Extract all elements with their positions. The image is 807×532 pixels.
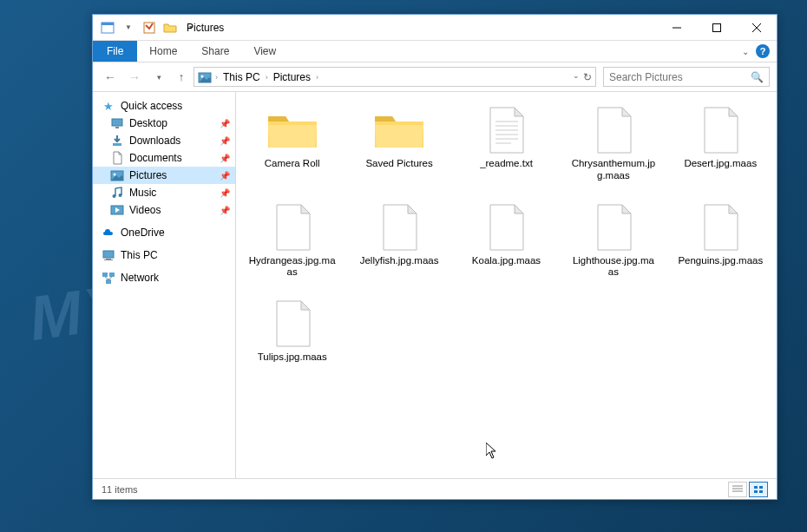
svg-rect-4: [713, 23, 721, 31]
downloads-icon: [110, 134, 124, 148]
refresh-icon[interactable]: ↻: [583, 71, 592, 83]
address-dropdown-icon[interactable]: ⌄: [573, 71, 580, 83]
svg-rect-1: [102, 23, 114, 25]
window-title: Pictures: [187, 22, 224, 34]
svg-rect-36: [754, 490, 758, 493]
svg-rect-22: [106, 279, 111, 284]
file-item[interactable]: Tulips.jpg.maas: [241, 296, 343, 367]
sidebar-item-label: Documents: [129, 152, 182, 164]
sidebar-item-videos[interactable]: Videos📌: [93, 201, 235, 219]
sidebar-network[interactable]: Network: [93, 269, 235, 286]
back-button[interactable]: ←: [100, 67, 121, 88]
qat-dropdown-icon[interactable]: ▼: [119, 18, 138, 37]
file-icon: [689, 203, 751, 252]
file-icon: [261, 203, 324, 252]
breadcrumb-sep[interactable]: ›: [213, 73, 220, 82]
status-item-count: 11 items: [102, 484, 138, 495]
pictures-icon: [198, 70, 212, 84]
file-name: Saved Pictures: [365, 158, 432, 170]
sidebar-this-pc[interactable]: This PC: [93, 246, 235, 264]
app-icon[interactable]: [98, 18, 117, 37]
search-icon[interactable]: 🔍: [751, 71, 764, 83]
sidebar-label: This PC: [121, 249, 158, 261]
properties-icon[interactable]: [140, 18, 159, 37]
recent-dropdown-icon[interactable]: ▾: [148, 67, 169, 88]
desktop-icon: [110, 116, 124, 130]
file-item[interactable]: Lighthouse.jpg.maas: [562, 200, 664, 283]
music-icon: [110, 186, 124, 200]
file-item[interactable]: _readme.txt: [456, 102, 557, 186]
forward-button[interactable]: →: [124, 67, 145, 88]
sidebar-quick-access[interactable]: ★ Quick access: [93, 97, 235, 115]
sidebar-item-music[interactable]: Music📌: [93, 184, 235, 201]
file-item[interactable]: Desert.jpg.maas: [670, 102, 771, 186]
help-icon[interactable]: ?: [756, 44, 770, 58]
sidebar-label: Network: [121, 272, 159, 284]
file-name: Hydrangeas.jpg.maas: [249, 255, 336, 279]
icons-view-button[interactable]: [749, 482, 768, 497]
ribbon-file-tab[interactable]: File: [93, 41, 137, 62]
body-area: ★ Quick access Desktop📌Downloads📌Documen…: [93, 92, 777, 478]
breadcrumb-this-pc[interactable]: This PC: [221, 71, 262, 83]
pin-icon: 📌: [220, 119, 230, 128]
sidebar-item-label: Music: [129, 187, 156, 199]
file-icon: [368, 203, 430, 252]
search-box[interactable]: 🔍: [603, 67, 770, 87]
folder-icon: [261, 106, 324, 154]
network-icon: [102, 271, 115, 285]
file-icon: [475, 106, 537, 154]
svg-rect-17: [103, 251, 114, 258]
file-item[interactable]: Camera Roll: [241, 102, 343, 186]
ribbon-expand-area: ⌄ ?: [742, 44, 777, 58]
file-name: Jellyfish.jpg.maas: [360, 255, 439, 267]
close-button[interactable]: [737, 15, 777, 41]
breadcrumb-sep[interactable]: ›: [314, 73, 320, 82]
file-item[interactable]: Jellyfish.jpg.maas: [348, 200, 449, 283]
sidebar-onedrive[interactable]: OneDrive: [93, 224, 235, 241]
file-item[interactable]: Chrysanthemum.jpg.maas: [562, 102, 664, 186]
details-view-button[interactable]: [728, 482, 747, 497]
pc-icon: [102, 248, 115, 262]
file-name: Chrysanthemum.jpg.maas: [570, 158, 657, 182]
view-switcher: [728, 482, 768, 497]
breadcrumb-sep[interactable]: ›: [264, 73, 270, 82]
file-item[interactable]: Saved Pictures: [348, 102, 449, 186]
file-item[interactable]: Penguins.jpg.maas: [670, 200, 771, 283]
sidebar-item-documents[interactable]: Documents📌: [93, 149, 235, 167]
svg-rect-9: [112, 119, 122, 126]
sidebar-item-desktop[interactable]: Desktop📌: [93, 115, 235, 132]
svg-line-23: [105, 277, 108, 279]
minimize-button[interactable]: [657, 15, 697, 41]
file-name: Desert.jpg.maas: [684, 158, 757, 170]
pin-icon: 📌: [220, 188, 230, 198]
search-input[interactable]: [609, 71, 751, 83]
sidebar-label: OneDrive: [121, 227, 165, 239]
file-name: Camera Roll: [265, 158, 320, 170]
cloud-icon: [102, 226, 115, 240]
ribbon-tab-home[interactable]: Home: [137, 41, 189, 62]
sidebar-item-pictures[interactable]: Pictures📌: [93, 167, 235, 184]
sidebar-item-downloads[interactable]: Downloads📌: [93, 132, 235, 149]
breadcrumb-pictures[interactable]: Pictures: [272, 71, 312, 83]
file-name: Koala.jpg.maas: [472, 255, 541, 267]
sidebar-item-label: Desktop: [129, 117, 167, 129]
sidebar-item-label: Videos: [129, 204, 161, 216]
chevron-down-icon[interactable]: ⌄: [742, 47, 749, 56]
ribbon-tab-share[interactable]: Share: [189, 41, 241, 62]
address-bar[interactable]: › This PC › Pictures › ⌄ ↻: [194, 67, 596, 87]
window-controls: [657, 15, 777, 41]
ribbon-tab-view[interactable]: View: [241, 41, 288, 62]
up-button[interactable]: ↑: [173, 69, 190, 86]
address-bar-buttons: ⌄ ↻: [573, 71, 592, 83]
file-item[interactable]: Hydrangeas.jpg.maas: [241, 200, 343, 283]
maximize-button[interactable]: [697, 15, 737, 41]
file-item[interactable]: Koala.jpg.maas: [456, 200, 557, 283]
svg-point-8: [201, 75, 204, 77]
file-list[interactable]: Camera RollSaved Pictures_readme.txtChry…: [236, 92, 777, 478]
explorer-window: ▼ ▾ Pictures File Home Share View: [92, 14, 777, 500]
svg-rect-18: [106, 259, 111, 259]
file-name: Lighthouse.jpg.maas: [570, 255, 657, 279]
file-name: Tulips.jpg.maas: [258, 351, 327, 364]
pin-icon: 📌: [220, 154, 230, 163]
folder-icon[interactable]: [161, 18, 180, 37]
